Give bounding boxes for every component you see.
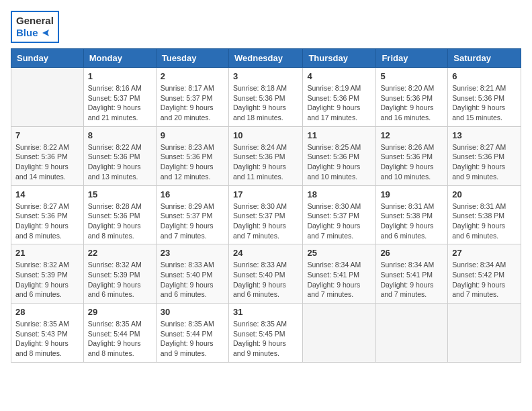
day-info: Sunrise: 8:34 AM Sunset: 5:41 PM Dayligh… xyxy=(307,260,371,300)
day-cell: 3Sunrise: 8:18 AM Sunset: 5:36 PM Daylig… xyxy=(228,68,302,127)
day-cell: 12Sunrise: 8:26 AM Sunset: 5:36 PM Dayli… xyxy=(376,126,448,185)
day-cell: 14Sunrise: 8:27 AM Sunset: 5:36 PM Dayli… xyxy=(11,185,84,244)
day-cell: 29Sunrise: 8:35 AM Sunset: 5:44 PM Dayli… xyxy=(83,304,156,363)
day-cell: 6Sunrise: 8:21 AM Sunset: 5:36 PM Daylig… xyxy=(448,68,521,127)
day-number: 9 xyxy=(161,130,224,140)
day-number: 14 xyxy=(15,189,79,199)
day-info: Sunrise: 8:24 AM Sunset: 5:36 PM Dayligh… xyxy=(233,142,298,182)
calendar-table: SundayMondayTuesdayWednesdayThursdayFrid… xyxy=(11,48,521,363)
day-info: Sunrise: 8:21 AM Sunset: 5:36 PM Dayligh… xyxy=(452,83,517,123)
logo-text-blue: Blue xyxy=(16,27,54,39)
header-day-saturday: Saturday xyxy=(448,49,521,68)
day-cell: 17Sunrise: 8:30 AM Sunset: 5:37 PM Dayli… xyxy=(228,185,302,244)
day-number: 1 xyxy=(88,71,152,81)
day-number: 23 xyxy=(161,248,224,258)
day-info: Sunrise: 8:30 AM Sunset: 5:37 PM Dayligh… xyxy=(233,201,298,241)
day-number: 31 xyxy=(233,307,298,317)
header-day-tuesday: Tuesday xyxy=(156,49,228,68)
day-cell: 30Sunrise: 8:35 AM Sunset: 5:44 PM Dayli… xyxy=(156,304,228,363)
day-number: 18 xyxy=(307,189,371,199)
calendar-header: SundayMondayTuesdayWednesdayThursdayFrid… xyxy=(11,49,521,68)
day-cell: 16Sunrise: 8:29 AM Sunset: 5:37 PM Dayli… xyxy=(156,185,228,244)
day-info: Sunrise: 8:35 AM Sunset: 5:43 PM Dayligh… xyxy=(15,319,79,359)
header-day-wednesday: Wednesday xyxy=(228,49,302,68)
day-cell: 21Sunrise: 8:32 AM Sunset: 5:39 PM Dayli… xyxy=(11,244,84,304)
day-info: Sunrise: 8:30 AM Sunset: 5:37 PM Dayligh… xyxy=(307,201,371,241)
week-row-4: 21Sunrise: 8:32 AM Sunset: 5:39 PM Dayli… xyxy=(11,244,521,304)
week-row-1: 1Sunrise: 8:16 AM Sunset: 5:37 PM Daylig… xyxy=(11,68,521,127)
day-cell: 27Sunrise: 8:34 AM Sunset: 5:42 PM Dayli… xyxy=(448,244,521,304)
logo-box: General Blue xyxy=(11,11,59,43)
day-number: 24 xyxy=(233,248,298,258)
day-cell: 31Sunrise: 8:35 AM Sunset: 5:45 PM Dayli… xyxy=(228,304,302,363)
day-cell: 28Sunrise: 8:35 AM Sunset: 5:43 PM Dayli… xyxy=(11,304,84,363)
logo: General Blue xyxy=(11,11,59,43)
day-cell: 22Sunrise: 8:32 AM Sunset: 5:39 PM Dayli… xyxy=(83,244,156,304)
day-number: 5 xyxy=(380,71,443,81)
day-number: 25 xyxy=(307,248,371,258)
week-row-2: 7Sunrise: 8:22 AM Sunset: 5:36 PM Daylig… xyxy=(11,126,521,185)
day-info: Sunrise: 8:16 AM Sunset: 5:37 PM Dayligh… xyxy=(88,83,152,123)
day-number: 22 xyxy=(88,248,152,258)
day-info: Sunrise: 8:32 AM Sunset: 5:39 PM Dayligh… xyxy=(15,260,79,300)
day-number: 12 xyxy=(380,130,443,140)
header-day-monday: Monday xyxy=(83,49,156,68)
day-number: 6 xyxy=(452,71,517,81)
day-number: 29 xyxy=(88,307,152,317)
day-number: 27 xyxy=(452,248,517,258)
day-cell xyxy=(376,304,448,363)
day-number: 10 xyxy=(233,130,298,140)
day-info: Sunrise: 8:31 AM Sunset: 5:38 PM Dayligh… xyxy=(380,201,443,241)
day-cell: 1Sunrise: 8:16 AM Sunset: 5:37 PM Daylig… xyxy=(83,68,156,127)
day-info: Sunrise: 8:33 AM Sunset: 5:40 PM Dayligh… xyxy=(161,260,224,300)
day-info: Sunrise: 8:33 AM Sunset: 5:40 PM Dayligh… xyxy=(233,260,298,300)
day-cell: 13Sunrise: 8:27 AM Sunset: 5:36 PM Dayli… xyxy=(448,126,521,185)
day-number: 17 xyxy=(233,189,298,199)
day-info: Sunrise: 8:34 AM Sunset: 5:42 PM Dayligh… xyxy=(452,260,517,300)
week-row-5: 28Sunrise: 8:35 AM Sunset: 5:43 PM Dayli… xyxy=(11,304,521,363)
logo-text-general: General xyxy=(16,15,54,27)
day-cell: 23Sunrise: 8:33 AM Sunset: 5:40 PM Dayli… xyxy=(156,244,228,304)
day-info: Sunrise: 8:27 AM Sunset: 5:36 PM Dayligh… xyxy=(452,142,517,182)
day-info: Sunrise: 8:34 AM Sunset: 5:41 PM Dayligh… xyxy=(380,260,443,300)
day-info: Sunrise: 8:35 AM Sunset: 5:44 PM Dayligh… xyxy=(161,319,224,359)
day-info: Sunrise: 8:20 AM Sunset: 5:36 PM Dayligh… xyxy=(380,83,443,123)
day-info: Sunrise: 8:22 AM Sunset: 5:36 PM Dayligh… xyxy=(88,142,152,182)
week-row-3: 14Sunrise: 8:27 AM Sunset: 5:36 PM Dayli… xyxy=(11,185,521,244)
day-number: 19 xyxy=(380,189,443,199)
day-cell: 2Sunrise: 8:17 AM Sunset: 5:37 PM Daylig… xyxy=(156,68,228,127)
day-cell: 19Sunrise: 8:31 AM Sunset: 5:38 PM Dayli… xyxy=(376,185,448,244)
day-info: Sunrise: 8:35 AM Sunset: 5:44 PM Dayligh… xyxy=(88,319,152,359)
day-cell: 10Sunrise: 8:24 AM Sunset: 5:36 PM Dayli… xyxy=(228,126,302,185)
day-info: Sunrise: 8:32 AM Sunset: 5:39 PM Dayligh… xyxy=(88,260,152,300)
day-cell: 4Sunrise: 8:19 AM Sunset: 5:36 PM Daylig… xyxy=(303,68,376,127)
header-day-friday: Friday xyxy=(376,49,448,68)
day-number: 16 xyxy=(161,189,224,199)
day-cell: 26Sunrise: 8:34 AM Sunset: 5:41 PM Dayli… xyxy=(376,244,448,304)
day-number: 26 xyxy=(380,248,443,258)
header-day-sunday: Sunday xyxy=(11,49,84,68)
day-cell: 5Sunrise: 8:20 AM Sunset: 5:36 PM Daylig… xyxy=(376,68,448,127)
day-info: Sunrise: 8:29 AM Sunset: 5:37 PM Dayligh… xyxy=(161,201,224,241)
day-cell: 15Sunrise: 8:28 AM Sunset: 5:36 PM Dayli… xyxy=(83,185,156,244)
day-number: 11 xyxy=(307,130,371,140)
day-info: Sunrise: 8:22 AM Sunset: 5:36 PM Dayligh… xyxy=(15,142,79,182)
day-info: Sunrise: 8:17 AM Sunset: 5:37 PM Dayligh… xyxy=(161,83,224,123)
header-row: SundayMondayTuesdayWednesdayThursdayFrid… xyxy=(11,49,521,68)
day-info: Sunrise: 8:26 AM Sunset: 5:36 PM Dayligh… xyxy=(380,142,443,182)
day-number: 7 xyxy=(15,130,79,140)
day-info: Sunrise: 8:25 AM Sunset: 5:36 PM Dayligh… xyxy=(307,142,371,182)
day-number: 20 xyxy=(452,189,517,199)
svg-marker-0 xyxy=(42,30,49,36)
day-number: 30 xyxy=(161,307,224,317)
day-cell xyxy=(448,304,521,363)
day-cell: 20Sunrise: 8:31 AM Sunset: 5:38 PM Dayli… xyxy=(448,185,521,244)
day-cell: 9Sunrise: 8:23 AM Sunset: 5:36 PM Daylig… xyxy=(156,126,228,185)
day-cell: 8Sunrise: 8:22 AM Sunset: 5:36 PM Daylig… xyxy=(83,126,156,185)
day-number: 3 xyxy=(233,71,298,81)
day-cell: 7Sunrise: 8:22 AM Sunset: 5:36 PM Daylig… xyxy=(11,126,84,185)
day-info: Sunrise: 8:27 AM Sunset: 5:36 PM Dayligh… xyxy=(15,201,79,241)
header-day-thursday: Thursday xyxy=(303,49,376,68)
day-cell: 25Sunrise: 8:34 AM Sunset: 5:41 PM Dayli… xyxy=(303,244,376,304)
day-cell: 11Sunrise: 8:25 AM Sunset: 5:36 PM Dayli… xyxy=(303,126,376,185)
